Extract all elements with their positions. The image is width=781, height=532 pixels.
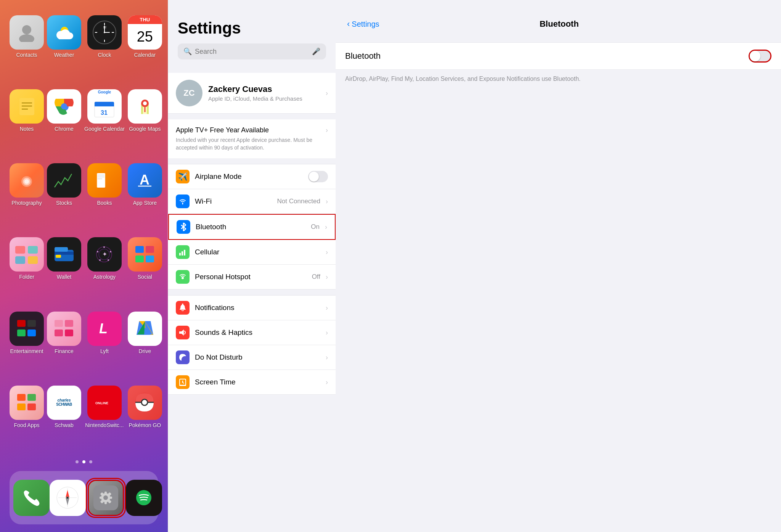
app-item-appstore[interactable]: A App Store — [128, 163, 162, 230]
app-item-folder[interactable]: Folder — [10, 237, 44, 304]
app-icon-weather — [47, 15, 81, 50]
app-label-entertainment: Entertainment — [10, 348, 43, 354]
svg-rect-39 — [98, 177, 104, 177]
app-item-social[interactable]: Social — [128, 237, 162, 304]
profile-section[interactable]: ZC Zackery Cuevas Apple ID, iCloud, Medi… — [168, 73, 336, 114]
app-item-nintendo[interactable]: ONLINE NintendoSwitc... — [84, 386, 125, 453]
svg-rect-81 — [27, 403, 36, 410]
notifications-icon — [179, 304, 186, 312]
settings-content: ZC Zackery Cuevas Apple ID, iCloud, Medi… — [168, 67, 336, 532]
app-item-calendar[interactable]: THU 25 Calendar — [128, 15, 162, 82]
profile-chevron: › — [326, 89, 328, 97]
settings-row-airplane[interactable]: ✈️ Airplane Mode — [168, 164, 336, 189]
svg-marker-115 — [179, 329, 184, 336]
app-label-pokemon: Pokémon GO — [129, 422, 161, 428]
app-item-astrology[interactable]: ✦ Astrology — [84, 237, 125, 304]
dock-app-phone[interactable] — [13, 480, 50, 516]
app-icon-lyft: L — [87, 312, 122, 346]
app-item-gcalendar[interactable]: Google 31 Google Calendar — [84, 89, 125, 156]
search-input[interactable] — [195, 48, 309, 56]
svg-rect-64 — [17, 320, 26, 327]
donotdisturb-label: Do Not Disturb — [195, 353, 320, 362]
svg-rect-111 — [182, 251, 183, 256]
sounds-icon — [178, 329, 187, 336]
cellular-icon-container — [176, 245, 190, 259]
svg-text:ONLINE: ONLINE — [95, 401, 108, 405]
app-item-finance[interactable]: Finance — [47, 312, 81, 379]
app-icon-notes — [10, 89, 44, 124]
bt-content: Bluetooth AirDrop, AirPlay, Find My, Loc… — [336, 37, 781, 532]
app-item-schwab[interactable]: charles SCHWAB Schwab — [47, 386, 81, 453]
settings-row-hotspot[interactable]: Personal Hotspot Off › — [168, 265, 336, 289]
svg-line-118 — [183, 383, 184, 383]
svg-point-23 — [61, 103, 67, 109]
bt-description: AirDrop, AirPlay, Find My, Location Serv… — [336, 70, 781, 88]
app-item-foodapps[interactable]: Food Apps — [10, 386, 44, 453]
app-item-chrome[interactable]: Chrome — [47, 89, 81, 156]
dock-app-safari[interactable] — [50, 480, 86, 516]
home-screen: Contacts Weather — [0, 0, 168, 532]
dock-app-spotify[interactable] — [126, 480, 162, 516]
svg-text:12: 12 — [103, 26, 106, 29]
search-bar[interactable]: 🔍 🎤 — [178, 43, 326, 59]
settings-row-donotdisturb[interactable]: Do Not Disturb › — [168, 345, 336, 370]
dock-app-settings[interactable] — [86, 478, 126, 518]
app-icon-finance — [47, 312, 81, 346]
back-chevron-icon: ‹ — [347, 19, 350, 29]
bt-main-label: Bluetooth — [345, 51, 381, 61]
app-item-weather[interactable]: Weather — [47, 15, 81, 82]
app-item-clock[interactable]: 12 Clock — [84, 15, 125, 82]
svg-point-55 — [110, 251, 111, 252]
app-label-nintendo: NintendoSwitc... — [85, 422, 124, 428]
settings-row-wifi[interactable]: Wi-Fi Not Connected › — [168, 189, 336, 214]
appletv-desc: Included with your recent Apple device p… — [176, 137, 328, 151]
hotspot-label: Personal Hotspot — [195, 273, 307, 281]
settings-row-screentime[interactable]: Screen Time › — [168, 370, 336, 394]
svg-rect-45 — [15, 256, 25, 264]
bt-back-button[interactable]: ‹ Settings — [347, 19, 379, 29]
dock-icon-safari — [50, 480, 86, 516]
wifi-icon — [178, 197, 187, 206]
app-label-lyft: Lyft — [100, 348, 109, 354]
bluetooth-panel: ‹ Settings Bluetooth Bluetooth AirDrop, … — [336, 0, 781, 532]
app-label-photography: Photography — [11, 200, 42, 206]
app-item-entertainment[interactable]: Entertainment — [10, 312, 44, 379]
svg-rect-51 — [55, 247, 68, 252]
app-item-stocks[interactable]: Stocks — [47, 163, 81, 230]
app-item-pokemon[interactable]: Pokémon GO — [128, 386, 162, 453]
app-icon-wallet — [47, 237, 81, 272]
settings-row-sounds[interactable]: Sounds & Haptics › — [168, 320, 336, 345]
svg-point-15 — [104, 32, 105, 33]
appletv-chevron: › — [326, 126, 328, 134]
app-item-contacts[interactable]: Contacts — [10, 15, 44, 82]
app-item-notes[interactable]: Notes — [10, 89, 44, 156]
app-icon-books — [87, 163, 122, 198]
svg-rect-68 — [55, 320, 63, 327]
app-icon-appstore: A — [128, 163, 162, 198]
app-item-drive[interactable]: Drive — [128, 312, 162, 379]
app-item-gmaps[interactable]: Google Maps — [128, 89, 162, 156]
appletv-banner[interactable]: Apple TV+ Free Year Available › Included… — [168, 119, 336, 158]
wifi-chevron: › — [326, 198, 328, 206]
svg-rect-48 — [55, 252, 74, 255]
svg-point-0 — [22, 25, 31, 34]
app-icon-clock: 12 — [87, 15, 122, 50]
bt-toggle[interactable] — [749, 50, 771, 63]
app-label-finance: Finance — [55, 348, 74, 354]
app-item-photography[interactable]: Photography — [10, 163, 44, 230]
app-item-books[interactable]: Books — [84, 163, 125, 230]
settings-row-bluetooth[interactable]: Bluetooth On › — [168, 214, 336, 240]
notifications-chevron: › — [326, 304, 328, 312]
profile-subtitle: Apple ID, iCloud, Media & Purchases — [208, 95, 320, 102]
app-icon-foodapps — [10, 386, 44, 420]
airplane-toggle[interactable] — [308, 171, 328, 182]
app-item-lyft[interactable]: L Lyft — [84, 312, 125, 379]
settings-row-cellular[interactable]: Cellular › — [168, 240, 336, 265]
mic-icon: 🎤 — [312, 47, 320, 56]
app-item-wallet[interactable]: Wallet — [47, 237, 81, 304]
settings-group-system: Notifications › Sounds & Haptics › — [168, 295, 336, 395]
settings-row-notifications[interactable]: Notifications › — [168, 296, 336, 320]
bluetooth-icon — [180, 223, 187, 231]
svg-rect-78 — [17, 394, 26, 401]
svg-rect-49 — [56, 255, 61, 258]
